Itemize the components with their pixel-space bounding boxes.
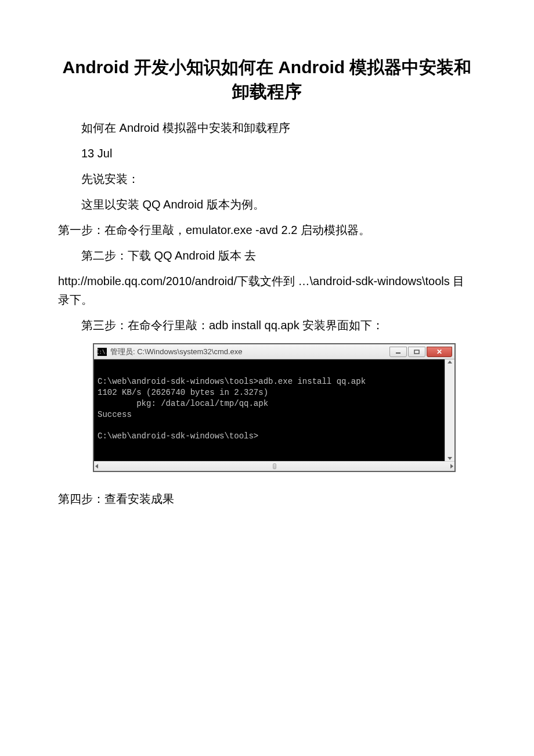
- scroll-down-icon: [448, 457, 452, 460]
- scroll-thumb[interactable]: [273, 463, 276, 469]
- horizontal-scrollbar[interactable]: [94, 461, 454, 471]
- document-title: Android 开发小知识如何在 Android 模拟器中安装和卸载程序: [58, 55, 476, 104]
- cmd-title: 管理员: C:\Windows\system32\cmd.exe: [110, 347, 389, 357]
- close-button[interactable]: ✕: [427, 347, 452, 357]
- svg-rect-0: [396, 352, 400, 354]
- paragraph-example: 这里以安装 QQ Android 版本为例。: [58, 195, 476, 214]
- vertical-scrollbar[interactable]: [445, 359, 454, 461]
- cmd-window: C:\. 管理员: C:\Windows\system32\cmd.exe ✕ …: [93, 343, 456, 472]
- paragraph-step3: 第三步：在命令行里敲：adb install qq.apk 安装界面如下：: [58, 316, 476, 334]
- cmd-icon: C:\.: [98, 348, 107, 356]
- paragraph-date: 13 Jul: [58, 144, 476, 163]
- paragraph-intro: 如何在 Android 模拟器中安装和卸载程序: [58, 118, 476, 137]
- cmd-output: C:\web\android-sdk-windows\tools>adb.exe…: [94, 359, 445, 461]
- paragraph-step2b: http://mobile.qq.com/2010/android/下载文件到 …: [58, 272, 476, 309]
- scroll-up-icon: [448, 361, 452, 363]
- scroll-left-icon: [95, 464, 98, 469]
- paragraph-step2a: 第二步：下载 QQ Android 版本 去: [58, 246, 476, 265]
- paragraph-step4: 第四步：查看安装成果: [58, 489, 476, 508]
- maximize-button[interactable]: [408, 347, 425, 357]
- close-icon: ✕: [436, 348, 442, 356]
- minimize-button[interactable]: [389, 347, 407, 357]
- svg-rect-1: [414, 350, 419, 354]
- cmd-titlebar: C:\. 管理员: C:\Windows\system32\cmd.exe ✕: [94, 344, 454, 359]
- maximize-icon: [414, 350, 420, 354]
- minimize-icon: [395, 350, 401, 354]
- paragraph-step1: 第一步：在命令行里敲，emulator.exe -avd 2.2 启动模拟器。: [58, 221, 476, 239]
- window-controls: ✕: [389, 347, 454, 357]
- paragraph-section: 先说安装：: [58, 170, 476, 188]
- scroll-right-icon: [450, 464, 453, 469]
